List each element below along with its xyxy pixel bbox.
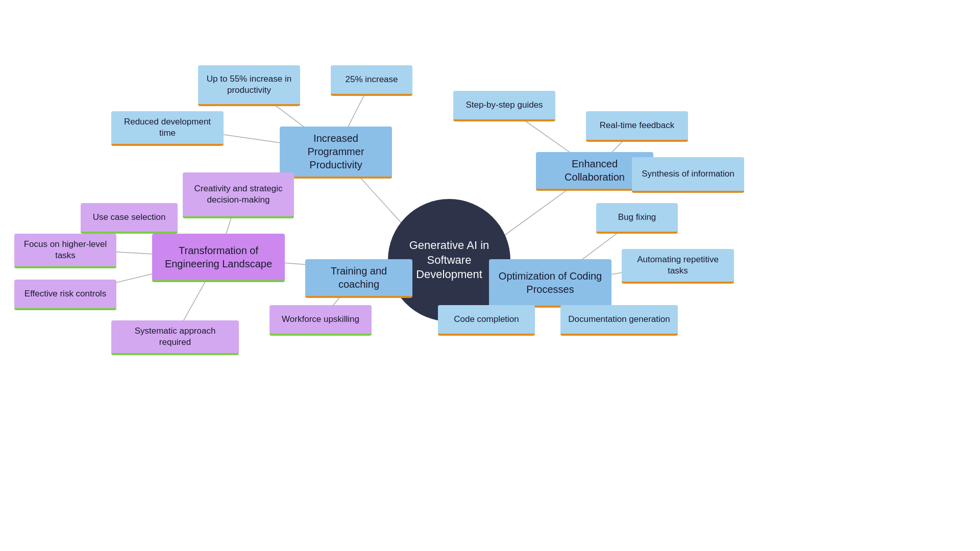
node-creativity: Creativity and strategic decision-making	[183, 172, 294, 218]
node-effective-risk: Effective risk controls	[14, 280, 116, 310]
node-bug-fixing: Bug fixing	[596, 203, 678, 234]
node-automating: Automating repetitive tasks	[622, 249, 734, 284]
node-synthesis: Synthesis of information	[632, 157, 744, 193]
node-documentation: Documentation generation	[560, 305, 678, 336]
node-transform: Transformation of Engineering Landscape	[152, 234, 285, 282]
node-step-by-step: Step-by-step guides	[453, 91, 555, 121]
node-increased-prod: Increased Programmer Productivity	[280, 127, 392, 179]
node-25-increase: 25% increase	[331, 65, 412, 96]
node-workforce: Workforce upskilling	[270, 305, 372, 336]
node-use-case: Use case selection	[81, 203, 178, 234]
node-training: Training and coaching	[305, 259, 412, 298]
node-optimization: Optimization of Coding Processes	[489, 259, 611, 308]
node-up-55: Up to 55% increase in productivity	[198, 65, 300, 106]
node-code-completion: Code completion	[438, 305, 535, 336]
node-focus-higher: Focus on higher-level tasks	[14, 234, 116, 268]
node-systematic: Systematic approach required	[111, 320, 239, 355]
node-reduced-dev: Reduced development time	[111, 111, 224, 146]
node-real-time: Real-time feedback	[586, 111, 688, 142]
